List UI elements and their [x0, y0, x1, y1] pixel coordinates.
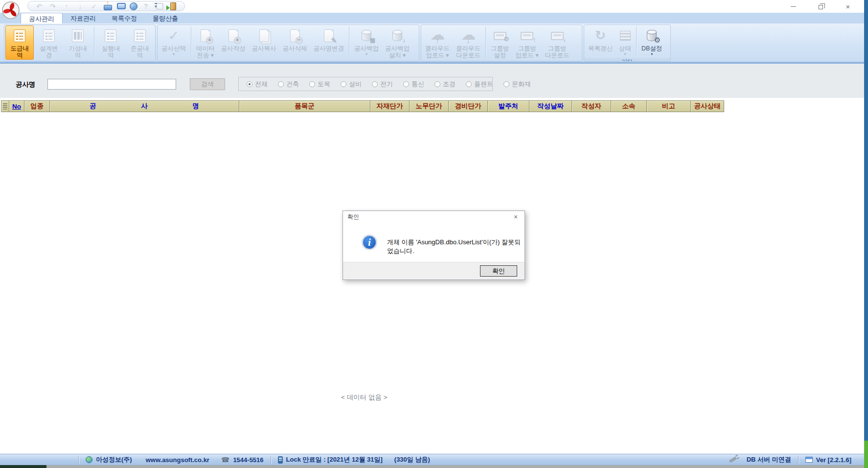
category-radio-4[interactable]: 전기	[372, 80, 393, 89]
column-header-4[interactable]: 품목군	[239, 101, 370, 112]
info-icon: i	[362, 234, 377, 250]
list-glyph	[134, 29, 146, 42]
cloud-up-icon	[430, 28, 445, 44]
dialog-ok-button[interactable]: 확인	[480, 265, 517, 277]
category-radio-5[interactable]: 통신	[403, 80, 424, 89]
project-create-button[interactable]: 공사작성	[218, 25, 249, 60]
ribbon-button-label: 공사백업	[354, 45, 379, 52]
ribbon-button-label: DB설정	[641, 45, 662, 52]
list3-icon	[72, 28, 84, 44]
check-icon	[168, 28, 180, 44]
toolbar-options-icon[interactable]: ▾	[155, 3, 157, 8]
column-header-0[interactable]	[1, 101, 9, 112]
category-radio-8[interactable]: 문화재	[503, 80, 531, 89]
progress-detail-button[interactable]: 기성내역	[64, 25, 92, 60]
dialog-message: 개체 이름 'AsungDB.dbo.UserList'이(가) 잘못되었습니다…	[387, 238, 525, 256]
ribbon-button-label: 준공내역	[129, 45, 151, 59]
status-glyph	[620, 31, 631, 41]
column-header-12[interactable]: 비고	[647, 101, 691, 112]
project-delete-button[interactable]: 공사삭제	[280, 25, 310, 60]
undo-icon[interactable]: ↶	[34, 2, 45, 11]
category-radio-7[interactable]: 플랜트	[466, 80, 493, 89]
column-header-1[interactable]: No	[9, 101, 24, 112]
window-icon	[805, 457, 813, 463]
db-grid-glyph	[362, 30, 371, 41]
restore-button[interactable]	[813, 1, 828, 12]
app-logo-icon[interactable]	[1, 1, 20, 20]
ribbon-button-label: 클라우드 업로드 ▾	[425, 45, 450, 59]
category-radio-1[interactable]: 건축	[278, 80, 299, 89]
column-header-9[interactable]: 작성날짜	[529, 101, 572, 112]
ribbon-group-buttons: 목록갱신상태▾DB설정▾	[584, 25, 670, 58]
ribbon-button-label: 그룹방 다운로드	[545, 45, 570, 59]
column-header-3[interactable]: 공 사 명	[50, 101, 239, 112]
column-header-13[interactable]: 공사상태	[691, 101, 724, 112]
column-header-5[interactable]: 자재단가	[370, 101, 410, 112]
download-circle-icon[interactable]: ↓	[130, 2, 137, 10]
data-transfer-button[interactable]: 데이터 전송 ▾	[193, 25, 218, 60]
ribbon-tab-row: 공사관리자료관리목록수정물량산출	[0, 13, 864, 23]
exit-door-icon[interactable]	[168, 2, 179, 11]
ribbon-button-label: 공사명변경	[314, 45, 344, 52]
list-icon	[14, 28, 25, 44]
ribbon-tab-2[interactable]: 목록수정	[104, 13, 145, 23]
execution-detail-button[interactable]: 실행내역	[96, 25, 125, 60]
category-radio-3[interactable]: 설비	[341, 80, 362, 89]
send-upload-icon[interactable]	[102, 2, 113, 11]
radio-label: 플랜트	[474, 80, 493, 89]
project-rename-button[interactable]: 공사명변경	[311, 25, 347, 60]
confirm-check-icon[interactable]: ✓	[89, 2, 99, 11]
dialog-close-icon[interactable]: ×	[511, 213, 520, 222]
grouproom-download-button[interactable]: 그룹방 다운로드	[542, 25, 572, 60]
ribbon-tab-3[interactable]: 물량산출	[145, 13, 186, 23]
grouproom-settings-button[interactable]: 그룹방 설정	[488, 25, 512, 60]
ribbon-button-label: 설계변경	[37, 45, 60, 59]
ribbon-button-label: 공사백업 설치 ▾	[385, 45, 410, 59]
column-header-10[interactable]: 작성자	[572, 101, 611, 112]
column-header-7[interactable]: 경비단가	[449, 101, 488, 112]
status-button[interactable]: 상태▾	[616, 25, 634, 57]
cloud-download-button[interactable]: 클라우드 다운로드	[453, 25, 483, 60]
version-text: Ver [2.2.1.6]	[816, 456, 851, 464]
completion-detail-button[interactable]: 준공내역	[126, 25, 154, 60]
db-settings-button[interactable]: DB설정▾	[639, 25, 665, 57]
ribbon-tab-1[interactable]: 자료관리	[63, 13, 104, 23]
close-button[interactable]: ×	[841, 1, 855, 12]
category-radio-2[interactable]: 토목	[309, 80, 330, 89]
project-select-button[interactable]: 공사선택▾	[159, 25, 189, 60]
grouproom-upload-button[interactable]: 그룹방 업로드 ▾	[513, 25, 542, 60]
project-copy-button[interactable]: 공사복사	[249, 25, 279, 60]
search-button[interactable]: 검색	[190, 78, 225, 90]
ribbon-tab-0[interactable]: 공사관리	[21, 13, 63, 23]
contract-detail-button[interactable]: 도급내역	[5, 25, 34, 60]
plug-icon	[729, 456, 737, 463]
column-header-6[interactable]: 노무단가	[410, 101, 449, 112]
dialog-title: 확인	[343, 211, 525, 223]
move-down-icon[interactable]: ↓	[75, 2, 86, 11]
column-header-2[interactable]: 업종	[24, 101, 50, 112]
exit-door-icon-shape	[170, 2, 176, 10]
move-up-icon[interactable]: ↑	[61, 2, 72, 11]
column-header-11[interactable]: 소속	[611, 101, 647, 112]
category-radio-6[interactable]: 조경	[434, 80, 456, 89]
column-header-8[interactable]: 발주처	[488, 101, 529, 112]
radio-dot-icon	[278, 81, 284, 87]
category-radio-0[interactable]: 전체	[247, 80, 268, 89]
project-name-input[interactable]	[47, 79, 176, 90]
redo-icon[interactable]: ↷	[47, 2, 58, 11]
ribbon-group-label: 기타	[584, 58, 670, 62]
radio-dot-icon	[466, 81, 472, 87]
design-change-button[interactable]: 설계변경	[34, 25, 63, 60]
project-backup-install-button[interactable]: 공사백업 설치 ▾	[382, 25, 412, 60]
project-backup-button[interactable]: 공사백업▾	[351, 25, 382, 60]
list3-glyph	[72, 29, 84, 42]
minimize-button[interactable]	[786, 1, 800, 12]
cloud-upload-button[interactable]: 클라우드 업로드 ▾	[422, 25, 453, 60]
help-icon[interactable]: ?	[140, 2, 151, 11]
ribbon-group-0: 도급내역설계변경기성내역실행내역준공내역내역 선택	[4, 24, 156, 62]
doc-edit-glyph	[324, 29, 334, 42]
screen-icon[interactable]	[116, 2, 127, 11]
radio-dot-icon	[309, 81, 315, 87]
list-refresh-button[interactable]: 목록갱신	[585, 25, 616, 57]
application-window: ↶↷↑↓✓↓? ▾ × 공사관리자료관리목록수정물량산출 도급내역설계변경기성내…	[0, 0, 868, 468]
